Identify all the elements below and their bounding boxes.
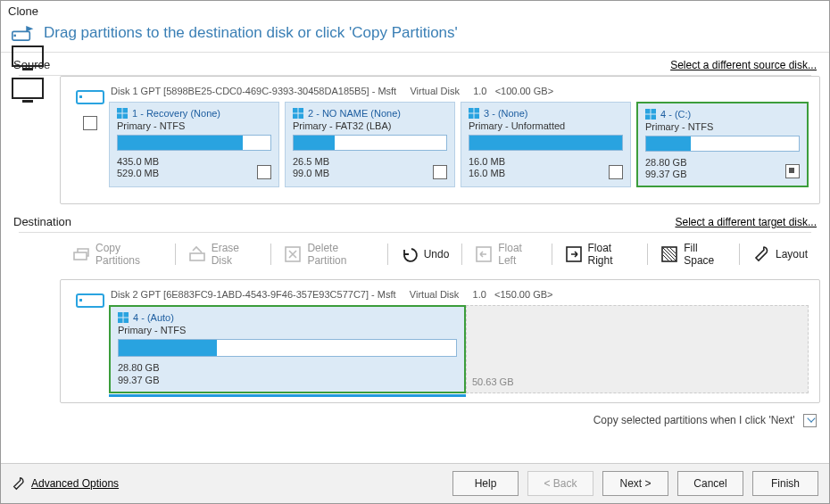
svg-rect-23 <box>190 253 204 260</box>
drive-arrow-icon <box>12 23 35 43</box>
instruction-text: Drag partitions to the destination disk … <box>44 24 458 42</box>
svg-rect-29 <box>22 100 33 103</box>
partition-subtitle: Primary - Unformatted <box>469 120 623 131</box>
svg-rect-32 <box>118 312 123 318</box>
partition-title: 1 - Recovery (None) <box>132 108 220 119</box>
undo-button[interactable]: Undo <box>392 242 459 267</box>
source-partition[interactable]: 3 - (None)Primary - Unformatted16.0 MB16… <box>461 102 631 187</box>
wrench-icon <box>752 245 770 263</box>
free-space-region[interactable]: 50.63 GB <box>466 305 809 392</box>
partition-total: 16.0 MB <box>469 168 623 179</box>
partition-used: 16.0 MB <box>469 156 623 168</box>
source-disk-panel: Disk 1 GPT [5898BE25-CDC0-469C-9393-3045… <box>60 76 820 204</box>
button-bar: Advanced Options Help < Back Next > Canc… <box>1 463 829 503</box>
disk-icon <box>76 86 104 105</box>
source-section: Source Select a different source disk...… <box>1 53 829 210</box>
windows-icon <box>117 108 128 119</box>
destination-partition[interactable]: 4 - (Auto) Primary - NTFS 28.80 GB 99.37… <box>109 305 466 392</box>
usage-bar <box>293 135 447 151</box>
partition-subtitle: Primary - NTFS <box>118 325 457 335</box>
svg-rect-8 <box>117 114 122 120</box>
source-partition[interactable]: 4 - (C:)Primary - NTFS28.80 GB99.37 GB <box>636 102 809 187</box>
fill-space-button[interactable]: Fill Space <box>652 238 735 270</box>
erase-disk-button[interactable]: Erase Disk <box>179 238 268 270</box>
svg-rect-31 <box>79 299 82 302</box>
svg-rect-7 <box>123 108 129 113</box>
help-button[interactable]: Help <box>452 471 519 496</box>
cancel-button[interactable]: Cancel <box>677 471 743 496</box>
windows-icon <box>469 108 479 119</box>
copy-icon <box>72 245 90 263</box>
float-right-icon <box>565 245 583 263</box>
svg-rect-13 <box>299 114 304 120</box>
svg-rect-5 <box>79 95 82 98</box>
monitor-icon <box>12 78 44 104</box>
partition-title: 3 - (None) <box>484 108 528 119</box>
wrench-icon <box>12 476 26 491</box>
source-disk-meta: Disk 1 GPT [5898BE25-CDC0-469C-9393-3045… <box>109 86 809 102</box>
partition-used: 26.5 MB <box>293 156 447 168</box>
monitor-icon <box>12 45 44 72</box>
partition-checkbox[interactable] <box>257 165 271 179</box>
svg-rect-28 <box>12 78 43 98</box>
source-partition[interactable]: 1 - Recovery (None)Primary - NTFS435.0 M… <box>109 102 279 187</box>
float-right-button[interactable]: Float Right <box>556 238 644 270</box>
select-different-source-link[interactable]: Select a different source disk... <box>670 59 817 71</box>
copy-partitions-button[interactable]: Copy Partitions <box>63 238 171 270</box>
svg-rect-14 <box>469 108 474 113</box>
svg-rect-12 <box>293 114 298 120</box>
copy-on-next-label: Copy selected partitions when I click 'N… <box>593 414 795 426</box>
disk-icon <box>76 289 104 309</box>
instruction-row: Drag partitions to the destination disk … <box>1 18 829 53</box>
partition-subtitle: Primary - FAT32 (LBA) <box>293 120 447 131</box>
partition-used: 28.80 GB <box>118 362 457 374</box>
advanced-options-link[interactable]: Advanced Options <box>12 476 119 491</box>
destination-section: Destination Select a different target di… <box>1 210 829 408</box>
svg-rect-34 <box>118 318 123 324</box>
layout-button[interactable]: Layout <box>743 242 817 267</box>
select-different-target-link[interactable]: Select a different target disk... <box>675 216 817 228</box>
back-button[interactable]: < Back <box>527 471 593 496</box>
svg-rect-18 <box>645 109 651 114</box>
source-partition[interactable]: 2 - NO NAME (None)Primary - FAT32 (LBA)2… <box>285 102 455 187</box>
window-title: Clone <box>1 1 829 18</box>
svg-rect-10 <box>293 108 298 113</box>
selection-underline <box>109 394 466 397</box>
usage-bar <box>645 136 800 152</box>
erase-icon <box>188 245 206 263</box>
partition-title: 4 - (Auto) <box>133 312 174 323</box>
delete-partition-button[interactable]: Delete Partition <box>275 238 383 270</box>
svg-rect-15 <box>475 108 480 113</box>
svg-rect-6 <box>117 108 122 113</box>
copy-on-next-checkbox[interactable] <box>803 414 817 427</box>
clone-window: Clone Drag partitions to the destination… <box>0 0 830 504</box>
partition-checkbox[interactable] <box>785 164 800 178</box>
copy-on-next-row: Copy selected partitions when I click 'N… <box>1 409 829 433</box>
partition-checkbox[interactable] <box>433 165 447 179</box>
next-button[interactable]: Next > <box>602 471 668 496</box>
partition-title: 4 - (C:) <box>660 109 691 120</box>
partition-checkbox[interactable] <box>609 165 623 179</box>
partition-used: 435.0 MB <box>117 156 271 168</box>
svg-rect-21 <box>652 115 657 120</box>
source-disk-checkbox[interactable] <box>83 116 97 130</box>
float-left-button[interactable]: Float Left <box>466 238 547 270</box>
finish-button[interactable]: Finish <box>752 471 818 496</box>
windows-icon <box>293 108 303 119</box>
partition-total: 99.37 GB <box>118 375 457 386</box>
windows-icon <box>118 312 129 323</box>
svg-rect-22 <box>74 252 87 260</box>
destination-disk-meta: Disk 2 GPT [6E883FC9-1ABD-4543-9F46-357E… <box>109 289 809 305</box>
undo-icon <box>401 245 419 263</box>
svg-rect-3 <box>22 68 33 70</box>
svg-rect-17 <box>475 114 480 120</box>
svg-rect-2 <box>12 46 43 66</box>
destination-toolbar: Copy Partitions Erase Disk Delete Partit… <box>10 233 820 279</box>
svg-rect-16 <box>469 114 474 120</box>
partition-subtitle: Primary - NTFS <box>117 120 271 131</box>
usage-bar <box>469 135 623 151</box>
svg-rect-9 <box>123 114 129 120</box>
float-left-icon <box>475 245 493 263</box>
svg-rect-11 <box>299 108 304 113</box>
free-space-label: 50.63 GB <box>472 376 513 387</box>
